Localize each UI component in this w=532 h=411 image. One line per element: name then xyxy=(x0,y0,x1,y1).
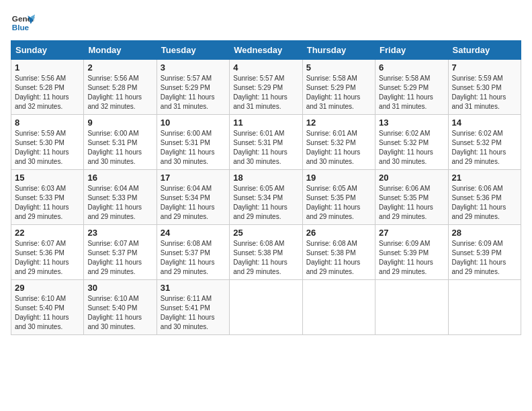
day-number: 10 xyxy=(161,118,226,128)
day-detail: Sunrise: 6:08 AMSunset: 5:38 PMDaylight:… xyxy=(233,240,287,275)
calendar-cell: 17 Sunrise: 6:04 AMSunset: 5:34 PMDaylig… xyxy=(157,170,229,225)
day-detail: Sunrise: 6:04 AMSunset: 5:33 PMDaylight:… xyxy=(87,185,142,220)
day-number: 25 xyxy=(233,228,298,238)
calendar-cell: 23 Sunrise: 6:07 AMSunset: 5:37 PMDaylig… xyxy=(84,225,157,280)
day-number: 24 xyxy=(161,228,226,238)
calendar-cell: 21 Sunrise: 6:06 AMSunset: 5:36 PMDaylig… xyxy=(448,170,521,225)
day-number: 17 xyxy=(161,173,226,183)
day-number: 29 xyxy=(15,283,80,293)
day-number: 8 xyxy=(15,118,80,128)
calendar-cell: 7 Sunrise: 5:59 AMSunset: 5:30 PMDayligh… xyxy=(448,60,521,115)
day-detail: Sunrise: 6:08 AMSunset: 5:37 PMDaylight:… xyxy=(161,240,215,275)
calendar-cell: 31 Sunrise: 6:11 AMSunset: 5:41 PMDaylig… xyxy=(157,280,229,335)
day-number: 16 xyxy=(87,173,152,183)
calendar-cell: 15 Sunrise: 6:03 AMSunset: 5:33 PMDaylig… xyxy=(11,170,84,225)
day-detail: Sunrise: 6:08 AMSunset: 5:38 PMDaylight:… xyxy=(306,240,361,275)
calendar-week-row: 1 Sunrise: 5:56 AMSunset: 5:28 PMDayligh… xyxy=(11,60,521,115)
weekday-header: Wednesday xyxy=(230,41,302,60)
day-detail: Sunrise: 6:01 AMSunset: 5:31 PMDaylight:… xyxy=(233,130,287,165)
weekday-header: Thursday xyxy=(302,41,375,60)
calendar-cell: 29 Sunrise: 6:10 AMSunset: 5:40 PMDaylig… xyxy=(11,280,84,335)
day-number: 21 xyxy=(452,173,517,183)
day-detail: Sunrise: 6:05 AMSunset: 5:35 PMDaylight:… xyxy=(306,185,361,220)
calendar-cell: 19 Sunrise: 6:05 AMSunset: 5:35 PMDaylig… xyxy=(302,170,375,225)
calendar-cell: 1 Sunrise: 5:56 AMSunset: 5:28 PMDayligh… xyxy=(11,60,84,115)
calendar-cell xyxy=(375,280,448,335)
day-number: 14 xyxy=(452,118,517,128)
day-detail: Sunrise: 5:57 AMSunset: 5:29 PMDaylight:… xyxy=(161,75,215,110)
day-number: 22 xyxy=(15,228,80,238)
day-number: 30 xyxy=(87,283,152,293)
day-number: 2 xyxy=(87,62,152,73)
calendar-cell: 6 Sunrise: 5:58 AMSunset: 5:29 PMDayligh… xyxy=(375,60,448,115)
day-detail: Sunrise: 5:59 AMSunset: 5:30 PMDaylight:… xyxy=(15,130,69,165)
calendar-cell: 27 Sunrise: 6:09 AMSunset: 5:39 PMDaylig… xyxy=(375,225,448,280)
calendar-cell: 3 Sunrise: 5:57 AMSunset: 5:29 PMDayligh… xyxy=(157,60,229,115)
day-detail: Sunrise: 6:01 AMSunset: 5:32 PMDaylight:… xyxy=(306,130,361,165)
calendar-cell: 30 Sunrise: 6:10 AMSunset: 5:40 PMDaylig… xyxy=(84,280,157,335)
calendar-cell xyxy=(230,280,302,335)
weekday-header: Monday xyxy=(84,41,157,60)
calendar-cell: 18 Sunrise: 6:05 AMSunset: 5:34 PMDaylig… xyxy=(230,170,302,225)
day-number: 31 xyxy=(161,283,226,293)
calendar-cell: 22 Sunrise: 6:07 AMSunset: 5:36 PMDaylig… xyxy=(11,225,84,280)
calendar-week-row: 22 Sunrise: 6:07 AMSunset: 5:36 PMDaylig… xyxy=(11,225,521,280)
weekday-header: Sunday xyxy=(11,41,84,60)
calendar-cell: 10 Sunrise: 6:00 AMSunset: 5:31 PMDaylig… xyxy=(157,115,229,170)
weekday-header: Friday xyxy=(375,41,448,60)
day-detail: Sunrise: 6:04 AMSunset: 5:34 PMDaylight:… xyxy=(161,185,215,220)
calendar-cell: 12 Sunrise: 6:01 AMSunset: 5:32 PMDaylig… xyxy=(302,115,375,170)
calendar-cell: 9 Sunrise: 6:00 AMSunset: 5:31 PMDayligh… xyxy=(84,115,157,170)
day-number: 13 xyxy=(379,118,444,128)
day-number: 4 xyxy=(233,62,298,73)
day-detail: Sunrise: 5:59 AMSunset: 5:30 PMDaylight:… xyxy=(452,75,506,110)
day-detail: Sunrise: 6:05 AMSunset: 5:34 PMDaylight:… xyxy=(233,185,287,220)
day-detail: Sunrise: 6:09 AMSunset: 5:39 PMDaylight:… xyxy=(452,240,506,275)
day-detail: Sunrise: 5:58 AMSunset: 5:29 PMDaylight:… xyxy=(306,75,361,110)
weekday-header: Tuesday xyxy=(157,41,229,60)
day-detail: Sunrise: 6:09 AMSunset: 5:39 PMDaylight:… xyxy=(379,240,433,275)
svg-text:Blue: Blue xyxy=(12,23,30,32)
day-detail: Sunrise: 6:00 AMSunset: 5:31 PMDaylight:… xyxy=(161,130,215,165)
day-number: 27 xyxy=(379,228,444,238)
calendar-cell: 14 Sunrise: 6:02 AMSunset: 5:32 PMDaylig… xyxy=(448,115,521,170)
calendar-cell: 20 Sunrise: 6:06 AMSunset: 5:35 PMDaylig… xyxy=(375,170,448,225)
logo-icon: General Blue xyxy=(11,11,35,35)
day-detail: Sunrise: 6:06 AMSunset: 5:36 PMDaylight:… xyxy=(452,185,506,220)
day-number: 12 xyxy=(306,118,371,128)
calendar-cell: 5 Sunrise: 5:58 AMSunset: 5:29 PMDayligh… xyxy=(302,60,375,115)
day-number: 5 xyxy=(306,62,371,73)
day-detail: Sunrise: 6:11 AMSunset: 5:41 PMDaylight:… xyxy=(161,295,215,330)
calendar-cell: 24 Sunrise: 6:08 AMSunset: 5:37 PMDaylig… xyxy=(157,225,229,280)
calendar-cell: 8 Sunrise: 5:59 AMSunset: 5:30 PMDayligh… xyxy=(11,115,84,170)
calendar-cell: 2 Sunrise: 5:56 AMSunset: 5:28 PMDayligh… xyxy=(84,60,157,115)
day-number: 26 xyxy=(306,228,371,238)
day-detail: Sunrise: 5:58 AMSunset: 5:29 PMDaylight:… xyxy=(379,75,433,110)
weekday-header-row: SundayMondayTuesdayWednesdayThursdayFrid… xyxy=(11,41,521,60)
calendar-cell: 16 Sunrise: 6:04 AMSunset: 5:33 PMDaylig… xyxy=(84,170,157,225)
day-number: 18 xyxy=(233,173,298,183)
calendar-cell xyxy=(448,280,521,335)
day-number: 20 xyxy=(379,173,444,183)
day-detail: Sunrise: 6:03 AMSunset: 5:33 PMDaylight:… xyxy=(15,185,69,220)
calendar-cell: 28 Sunrise: 6:09 AMSunset: 5:39 PMDaylig… xyxy=(448,225,521,280)
day-detail: Sunrise: 6:07 AMSunset: 5:37 PMDaylight:… xyxy=(87,240,142,275)
day-number: 19 xyxy=(306,173,371,183)
day-detail: Sunrise: 6:10 AMSunset: 5:40 PMDaylight:… xyxy=(87,295,142,330)
day-number: 1 xyxy=(15,62,80,73)
day-detail: Sunrise: 6:00 AMSunset: 5:31 PMDaylight:… xyxy=(87,130,142,165)
day-number: 11 xyxy=(233,118,298,128)
calendar-week-row: 15 Sunrise: 6:03 AMSunset: 5:33 PMDaylig… xyxy=(11,170,521,225)
day-number: 6 xyxy=(379,62,444,73)
calendar: SundayMondayTuesdayWednesdayThursdayFrid… xyxy=(11,40,521,335)
day-number: 9 xyxy=(87,118,152,128)
day-detail: Sunrise: 6:06 AMSunset: 5:35 PMDaylight:… xyxy=(379,185,433,220)
calendar-cell: 13 Sunrise: 6:02 AMSunset: 5:32 PMDaylig… xyxy=(375,115,448,170)
calendar-cell: 25 Sunrise: 6:08 AMSunset: 5:38 PMDaylig… xyxy=(230,225,302,280)
calendar-cell: 4 Sunrise: 5:57 AMSunset: 5:29 PMDayligh… xyxy=(230,60,302,115)
header: General Blue xyxy=(11,11,521,35)
day-detail: Sunrise: 5:56 AMSunset: 5:28 PMDaylight:… xyxy=(15,75,69,110)
day-detail: Sunrise: 5:57 AMSunset: 5:29 PMDaylight:… xyxy=(233,75,287,110)
day-number: 23 xyxy=(87,228,152,238)
day-number: 3 xyxy=(161,62,226,73)
